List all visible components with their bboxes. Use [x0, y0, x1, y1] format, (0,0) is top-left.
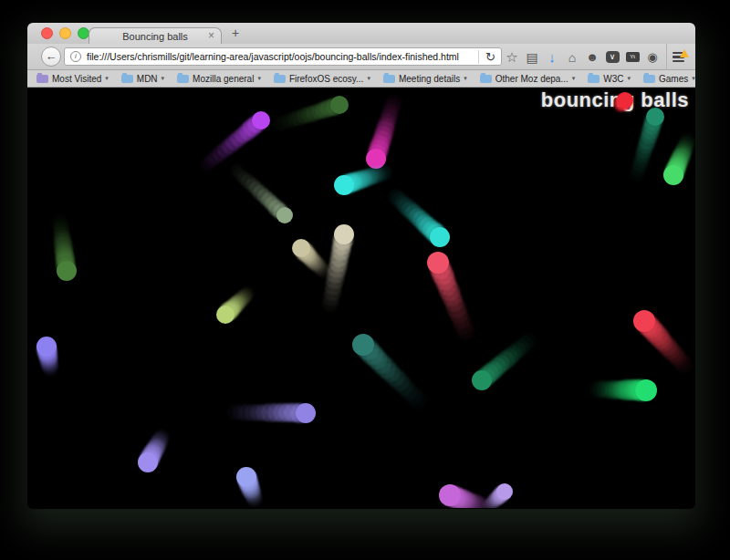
addon-swirl-icon[interactable]: ◉: [642, 44, 662, 70]
pocket-chevron: ∨: [606, 51, 620, 63]
reading-list-icon[interactable]: ▤: [522, 44, 542, 70]
bookmarks-bar: Most Visited▾MDN▾Mozilla general▾Firefox…: [27, 70, 695, 88]
youtube-downloader-icon[interactable]: Yt: [622, 44, 642, 70]
ball-head: [292, 239, 310, 257]
bookmark-folder[interactable]: W3C▾: [588, 74, 631, 84]
folder-icon: [480, 75, 492, 83]
download-icon[interactable]: ↓: [542, 44, 562, 70]
ball-head: [430, 227, 450, 247]
ball-head: [236, 467, 256, 487]
folder-icon: [274, 75, 286, 83]
ball-head: [617, 92, 633, 109]
home-icon[interactable]: ⌂: [562, 44, 582, 70]
chevron-down-icon: ▾: [628, 75, 631, 82]
bookmark-star-icon[interactable]: ☆: [502, 44, 522, 70]
ball-head: [216, 306, 235, 324]
bookmark-folder[interactable]: Most Visited▾: [36, 74, 109, 84]
chevron-down-icon: ▾: [692, 75, 695, 82]
bookmark-folder[interactable]: Meeting details▾: [383, 74, 467, 84]
folder-icon: [643, 75, 655, 83]
bookmark-folder[interactable]: Other Moz depa...▾: [480, 74, 576, 84]
bookmark-label: Games: [659, 74, 688, 84]
new-tab-button[interactable]: +: [232, 26, 239, 40]
menu-icon[interactable]: [666, 44, 690, 70]
ball-head: [633, 310, 655, 332]
bookmark-label: Other Moz depa...: [495, 74, 568, 84]
ball-head: [663, 165, 683, 185]
url-text[interactable]: file:///Users/chrismills/git/learning-ar…: [87, 51, 473, 62]
ball-head: [296, 403, 316, 423]
ball-head: [252, 111, 270, 130]
tab-bouncing-balls[interactable]: Bouncing balls ×: [89, 27, 222, 44]
toolbar-icons: ☆▤↓⌂☻∨Yt◉: [502, 44, 690, 70]
folder-icon: [177, 75, 189, 83]
ball-head: [334, 224, 354, 244]
titlebar[interactable]: Bouncing balls × +: [27, 23, 695, 44]
navigation-toolbar: ← i file:///Users/chrismills/git/learnin…: [27, 44, 695, 70]
bookmark-label: Meeting details: [399, 74, 460, 84]
bookmark-label: FirefoxOS ecosy...: [289, 74, 364, 84]
bookmark-folder[interactable]: Games▾: [643, 74, 695, 84]
ball-head: [36, 337, 57, 357]
back-button[interactable]: ←: [41, 47, 61, 67]
balls-canvas: bouncing balls: [27, 88, 695, 508]
youtube-glyph: Yt: [626, 52, 640, 62]
warning-badge-icon: [680, 49, 689, 57]
folder-icon: [588, 75, 600, 83]
ball-head: [646, 108, 664, 126]
folder-icon: [383, 75, 395, 83]
ball-head: [334, 175, 354, 195]
bookmark-label: MDN: [137, 74, 158, 84]
ball-head: [635, 379, 657, 401]
page-info-icon[interactable]: i: [70, 51, 81, 62]
bookmark-folder[interactable]: FirefoxOS ecosy...▾: [274, 74, 370, 84]
traffic-lights: [41, 27, 89, 39]
chevron-down-icon: ▾: [257, 75, 261, 82]
ball-head: [138, 452, 158, 472]
bookmark-label: Mozilla general: [193, 74, 254, 84]
tab-title: Bouncing balls: [122, 31, 188, 42]
chevron-down-icon: ▾: [105, 75, 109, 82]
ball-head: [352, 334, 374, 356]
bookmark-label: W3C: [603, 74, 623, 84]
folder-icon: [121, 75, 133, 83]
hello-icon[interactable]: ☻: [582, 44, 602, 70]
ball-head: [472, 370, 492, 390]
chevron-down-icon: ▾: [162, 75, 165, 82]
bookmark-folder[interactable]: Mozilla general▾: [177, 74, 261, 84]
close-button[interactable]: [41, 27, 53, 39]
ball-head: [57, 261, 77, 281]
minimize-button[interactable]: [59, 27, 71, 39]
ball-head: [276, 207, 293, 223]
reload-icon[interactable]: ↻: [478, 50, 495, 64]
folder-icon: [36, 75, 48, 83]
ball-head: [439, 484, 461, 506]
ball-head: [496, 483, 513, 500]
bookmark-label: Most Visited: [52, 74, 101, 84]
ball-head: [427, 252, 449, 274]
tab-close-icon[interactable]: ×: [208, 29, 214, 42]
pocket-icon[interactable]: ∨: [602, 44, 622, 70]
ball-head: [330, 96, 349, 114]
browser-window: Bouncing balls × + ← i file:///Users/chr…: [27, 23, 695, 509]
chevron-down-icon: ▾: [464, 75, 467, 82]
url-bar[interactable]: i file:///Users/chrismills/git/learning-…: [64, 47, 502, 66]
bookmark-folder[interactable]: MDN▾: [121, 74, 164, 84]
chevron-down-icon: ▾: [367, 75, 370, 82]
chevron-down-icon: ▾: [572, 75, 576, 82]
